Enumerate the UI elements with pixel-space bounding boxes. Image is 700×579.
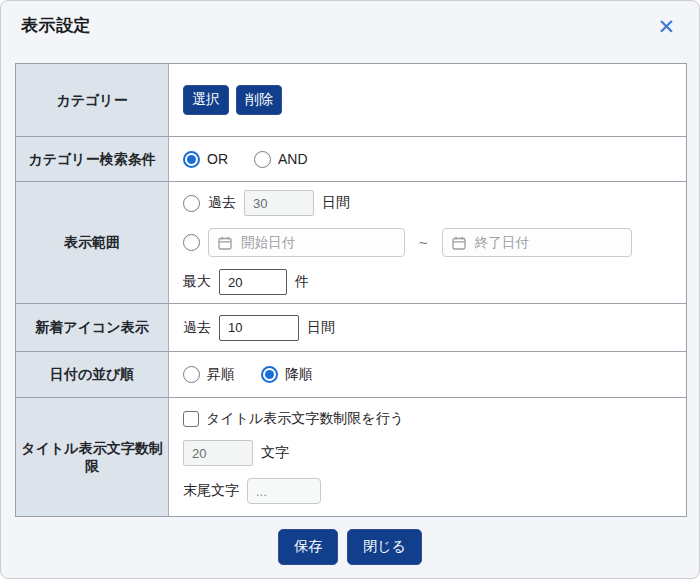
start-date-input[interactable]: 開始日付 [208, 228, 405, 257]
category-delete-button[interactable]: 削除 [236, 85, 282, 115]
end-date-input[interactable]: 終了日付 [442, 228, 632, 257]
radio-and-label: AND [278, 151, 308, 167]
radio-asc[interactable]: 昇順 [183, 366, 235, 384]
close-button[interactable]: 閉じる [347, 529, 422, 565]
search-condition-label: カテゴリー検索条件 [16, 137, 169, 181]
title-limit-checkbox[interactable] [183, 411, 199, 427]
save-button[interactable]: 保存 [278, 529, 338, 565]
new-icon-past-label: 過去 [183, 319, 211, 337]
radio-or[interactable]: OR [183, 151, 228, 168]
suffix-field-label: 末尾文字 [183, 482, 239, 500]
days-suffix: 日間 [322, 194, 350, 212]
radio-asc-label: 昇順 [207, 366, 235, 384]
display-settings-dialog: 表示設定 ✕ カテゴリー 選択 削除 カテゴリー検索条件 OR [0, 0, 700, 579]
row-category: カテゴリー 選択 削除 [16, 64, 686, 137]
radio-desc[interactable]: 降順 [261, 366, 313, 384]
title-limit-checkbox-label: タイトル表示文字数制限を行う [206, 410, 404, 428]
max-label: 最大 [183, 273, 211, 291]
title-limit-label: タイトル表示文字数制限 [16, 398, 169, 516]
new-icon-days-suffix: 日間 [307, 319, 335, 337]
row-search-condition: カテゴリー検索条件 OR AND [16, 137, 686, 182]
start-date-placeholder: 開始日付 [241, 234, 295, 252]
radio-or-icon[interactable] [183, 151, 200, 168]
max-count-input[interactable] [219, 269, 287, 295]
range-separator: ~ [419, 234, 428, 251]
radio-asc-icon[interactable] [183, 366, 200, 383]
sort-order-label: 日付の並び順 [16, 352, 169, 397]
calendar-icon [452, 236, 466, 250]
settings-table: カテゴリー 選択 削除 カテゴリー検索条件 OR AN [15, 63, 687, 517]
radio-and-icon[interactable] [254, 151, 271, 168]
footer-bar: 保存 閉じる [1, 529, 699, 565]
dialog-title: 表示設定 [21, 14, 91, 37]
new-icon-days-input[interactable] [219, 315, 299, 341]
row-display-range: 表示範囲 過去 日間 開始日付 ~ [16, 182, 686, 304]
radio-desc-icon[interactable] [261, 366, 278, 383]
title-limit-chars-input[interactable] [183, 440, 253, 466]
calendar-icon [218, 236, 232, 250]
category-label: カテゴリー [16, 64, 169, 136]
radio-past-days[interactable] [183, 195, 200, 212]
row-title-limit: タイトル表示文字数制限 タイトル表示文字数制限を行う 文字 末尾文字 [16, 398, 686, 516]
radio-date-range[interactable] [183, 234, 200, 251]
row-sort-order: 日付の並び順 昇順 降順 [16, 352, 686, 398]
radio-or-label: OR [207, 151, 228, 167]
display-range-label: 表示範囲 [16, 182, 169, 303]
close-icon[interactable]: ✕ [651, 14, 681, 39]
past-days-input[interactable] [244, 190, 314, 216]
radio-and[interactable]: AND [254, 151, 308, 168]
dialog-header: 表示設定 ✕ [1, 1, 699, 39]
chars-suffix: 文字 [261, 444, 289, 462]
past-label: 過去 [208, 194, 236, 212]
row-new-icon: 新着アイコン表示 過去 日間 [16, 304, 686, 352]
category-select-button[interactable]: 選択 [183, 85, 229, 115]
count-suffix: 件 [295, 273, 309, 291]
radio-desc-label: 降順 [285, 366, 313, 384]
suffix-chars-input[interactable] [247, 478, 321, 504]
new-icon-label: 新着アイコン表示 [16, 304, 169, 351]
end-date-placeholder: 終了日付 [475, 234, 529, 252]
